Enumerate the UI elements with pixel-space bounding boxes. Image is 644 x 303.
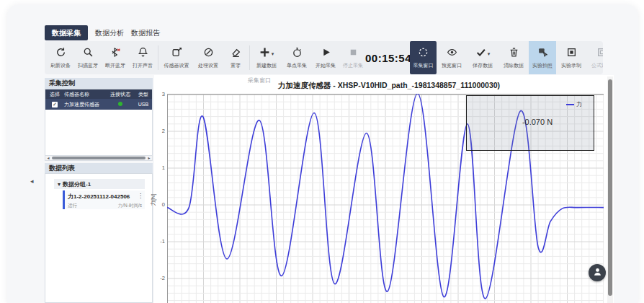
app-window: ◂ 数据采集 数据分析 数据报告 刷新设备 扫描蓝牙 断开蓝牙 打开声音 传感器… — [0, 0, 644, 303]
y-axis-tick-label: 3 — [154, 91, 165, 97]
screen-record-icon — [566, 47, 577, 61]
data-group-row[interactable]: ▾ 数据分组-1 — [54, 179, 145, 189]
sensor-edit-icon — [171, 47, 182, 61]
tree-expand-icon[interactable]: ▾ — [58, 181, 61, 188]
refresh-icon — [55, 47, 66, 61]
eye-icon — [447, 47, 457, 61]
sensor-type: USB — [135, 102, 152, 107]
data-list-body: ▾ 数据分组-1 力1-2-20251112-042506 ⋮ 运行 力/N-时… — [45, 173, 153, 303]
data-list-header: 数据列表 — [45, 163, 153, 174]
formula-calc-button[interactable]: 公式计算 — [586, 41, 603, 74]
formula-icon — [596, 47, 604, 61]
toolbar-separator — [249, 45, 250, 70]
data-item-status: 运行 — [68, 203, 77, 209]
plus-icon — [259, 47, 270, 61]
hscroll-thumb[interactable] — [52, 157, 146, 159]
sensor-settings-button[interactable]: 传感器设置 — [160, 41, 193, 74]
single-point-button[interactable]: 单点采集 — [282, 41, 312, 74]
y-axis-tick-label: -2 — [154, 275, 165, 281]
sensor-table-header: 选择 传感器名称 连接状态 类型 — [45, 89, 152, 99]
legend-swatch — [566, 104, 574, 105]
stop-collection-button[interactable]: 停止采集 — [339, 41, 367, 74]
scroll-left-icon[interactable]: ◂ — [45, 156, 51, 160]
sensor-table-hscrollbar[interactable]: ◂ ▸ — [45, 155, 153, 161]
vscroll-thumb[interactable] — [608, 79, 612, 296]
dashed-circle-icon — [418, 47, 429, 61]
gauge-icon — [203, 47, 214, 61]
connection-status-dot — [118, 102, 122, 106]
sensor-name: 力加速度传感器 — [64, 101, 106, 108]
clear-data-button[interactable]: 清除数据 — [498, 41, 529, 74]
collection-timer: 00:15:54 — [367, 41, 410, 74]
search-icon — [83, 47, 94, 61]
preview-window-button[interactable]: 预览窗口 — [437, 41, 467, 74]
toolbar: 刷新设备 扫描蓝牙 断开蓝牙 打开声音 传感器设置 处理设置 置零 ▾ — [45, 41, 603, 74]
value-annotation: -0.070 N — [504, 118, 571, 126]
new-data-button[interactable]: ▾ 新建数据 — [251, 41, 282, 74]
start-collection-button[interactable]: 开始采集 — [312, 41, 339, 74]
save-data-button[interactable]: ▾ 保存数据 — [467, 41, 498, 74]
assistant-fab-button[interactable] — [589, 264, 606, 281]
experiment-record-button[interactable]: 实验录制 — [556, 41, 586, 74]
legend-label: 力 — [576, 100, 582, 108]
sensor-table: 选择 传感器名称 连接状态 类型 ✓ 力加速度传感器 USB — [45, 89, 153, 161]
tab-data-collection[interactable]: 数据采集 — [45, 25, 88, 40]
y-axis-tick-label: -1 — [154, 238, 165, 245]
y-axis-tick-label: 1 — [154, 164, 165, 171]
refresh-device-button[interactable]: 刷新设备 — [47, 41, 74, 74]
trash-icon — [509, 47, 519, 61]
y-axis-tick-label: 2 — [154, 128, 165, 134]
caret-down-icon[interactable]: ▾ — [272, 51, 274, 56]
tare-button[interactable]: 置零 — [223, 41, 248, 74]
item-menu-icon[interactable]: ⋮ — [138, 193, 143, 199]
stop-icon — [348, 47, 359, 61]
data-item-axes: 力/N-时间/s — [118, 203, 142, 209]
tab-data-analysis[interactable]: 数据分析 — [95, 25, 124, 40]
chart-title: 力加速度传感器 - XHSP-V10HID_path_-1981348857_1… — [187, 81, 591, 91]
eraser-icon — [231, 47, 241, 61]
experiment-photo-button[interactable]: 实验拍照 — [529, 41, 556, 74]
chart-vscrollbar[interactable] — [607, 76, 613, 303]
bell-icon — [138, 47, 148, 61]
person-icon — [593, 266, 602, 279]
acquisition-control-header: 采集控制 — [45, 78, 153, 89]
collect-window-button[interactable]: 采集窗口 — [410, 41, 437, 74]
play-icon — [321, 47, 331, 61]
disconnect-bluetooth-button[interactable]: 断开蓝牙 — [102, 41, 129, 74]
process-settings-button[interactable]: 处理设置 — [193, 41, 223, 74]
sound-button[interactable]: 打开声音 — [129, 41, 156, 74]
check-icon — [475, 47, 486, 61]
y-axis-tick-label: 0 — [154, 201, 165, 208]
data-item[interactable]: 力1-2-20251112-042506 ⋮ 运行 力/N-时间/s — [63, 190, 145, 209]
stopwatch-icon — [292, 47, 303, 61]
sidebar-collapse-arrow[interactable]: ◂ — [30, 178, 34, 185]
bluetooth-disconnect-icon — [110, 47, 121, 61]
caret-down-icon[interactable]: ▾ — [488, 51, 491, 56]
sensor-checkbox[interactable]: ✓ — [52, 102, 58, 107]
chart-legend: 力 — [566, 100, 582, 108]
pointer-capture-icon — [537, 47, 548, 61]
sensor-table-row[interactable]: ✓ 力加速度传感器 USB — [45, 99, 152, 110]
data-item-title: 力1-2-20251112-042506 — [68, 193, 142, 201]
scan-bluetooth-button[interactable]: 扫描蓝牙 — [74, 41, 102, 74]
toolbar-separator — [158, 45, 158, 70]
tab-data-report[interactable]: 数据报告 — [131, 25, 160, 40]
scroll-right-icon[interactable]: ▸ — [146, 156, 152, 160]
